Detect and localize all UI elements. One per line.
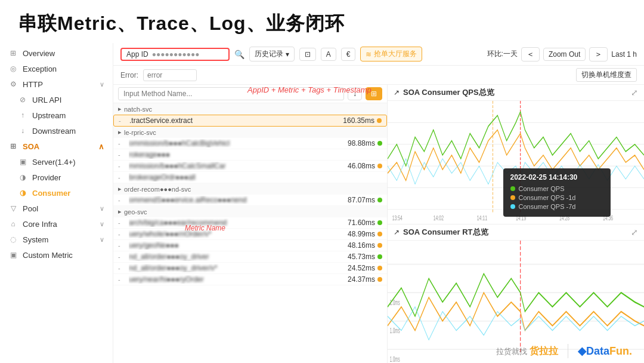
row-name: arch/big/ca●●●ear/recommend bbox=[129, 219, 345, 227]
row-time: 45.73ms bbox=[348, 253, 375, 261]
group-toggle[interactable]: ▸ bbox=[118, 105, 122, 113]
zoom-out-button[interactable]: Zoom Out bbox=[543, 48, 586, 61]
table-row[interactable]: - nd_all/order●●●oy_driver/v* 24.52ms bbox=[113, 263, 387, 274]
icon-btn-3[interactable]: € bbox=[341, 48, 356, 61]
table-search-input[interactable] bbox=[118, 87, 344, 100]
table-group-label: ▸le-rpric-svc bbox=[113, 127, 387, 138]
expand-rt-icon[interactable]: ⤢ bbox=[631, 227, 638, 237]
table-row[interactable]: - uery/near/hi●●●ryOrder 24.37ms bbox=[113, 274, 387, 285]
row-status-dot bbox=[377, 243, 382, 248]
history-button[interactable]: 历史记录 ▾ bbox=[249, 47, 295, 61]
sidebar-item-coreinfra[interactable]: ⌂Core Infra∨ bbox=[0, 216, 113, 232]
table-row[interactable]: - ommission/b●●●hCalcBigVehicl 98.88ms bbox=[113, 138, 387, 149]
tooltip-item-1: Consumer QPS bbox=[510, 185, 603, 192]
filter-button[interactable]: ⊞ bbox=[366, 87, 382, 100]
row-indent: - bbox=[118, 253, 126, 260]
group-toggle[interactable]: ▸ bbox=[118, 208, 122, 216]
table-row[interactable]: - nd_all/order●●●oy_driver 45.73ms bbox=[113, 251, 387, 263]
table-row[interactable]: - brokerageOrdr●●●all bbox=[113, 172, 387, 183]
nav-icon: ▽ bbox=[8, 204, 18, 213]
sidebar-item-http[interactable]: ⚙HTTP∨ bbox=[0, 76, 113, 92]
sidebar-item-exception[interactable]: ◎Exception bbox=[0, 61, 113, 76]
toolbar: App ID 🔍 历史记录 ▾ ⊡ A € ≋ 抢单大厅服务 环比:一天 ＜ Z… bbox=[113, 43, 644, 66]
table-row[interactable]: - uery/whole/●●●rnOrder/v* 48.99ms bbox=[113, 229, 387, 240]
nav-label: Upstream bbox=[32, 111, 66, 120]
sidebar-item-urlapi[interactable]: ⊘URL API bbox=[0, 92, 113, 107]
icon-btn-1[interactable]: ⊡ bbox=[299, 48, 316, 61]
service-button[interactable]: ≋ 抢单大厅服务 bbox=[360, 47, 422, 61]
chevron-icon: ∨ bbox=[100, 205, 104, 213]
expand-qps-icon[interactable]: ⤢ bbox=[631, 88, 638, 97]
last-label: Last 1 h bbox=[611, 50, 637, 59]
row-indent: - bbox=[118, 264, 126, 272]
chart-qps-header: ↗ SOA Consumer QPS总览 ⤢ bbox=[388, 85, 644, 101]
table-group-label: ▸natch-svc bbox=[113, 103, 387, 115]
tooltip-dot-2 bbox=[510, 195, 515, 200]
table-row[interactable]: - ommendS●●●ervice.aiReco●●●nend 87.07ms bbox=[113, 195, 387, 206]
group-name: order-recom●●●nd-svc bbox=[124, 186, 191, 193]
nav-label: Overview bbox=[23, 49, 55, 58]
logo-divider bbox=[568, 344, 568, 358]
row-name: uery/whole/●●●rnOrder/v* bbox=[129, 230, 345, 238]
nav-icon: ◎ bbox=[8, 64, 18, 73]
tooltip-time: 2022-02-25 14:14:30 bbox=[510, 173, 603, 182]
chevron-icon: ∨ bbox=[100, 236, 104, 244]
nav-label: System bbox=[23, 235, 48, 244]
nav-icon: ↓ bbox=[18, 126, 27, 136]
next-button[interactable]: ＞ bbox=[589, 47, 608, 61]
row-time: 98.88ms bbox=[348, 139, 375, 147]
nav-label: Downstream bbox=[32, 127, 76, 136]
chart-rt-title: SOA Consumer RT总览 bbox=[403, 227, 627, 238]
chart-rt-header: ↗ SOA Consumer RT总览 ⤢ bbox=[388, 224, 644, 241]
table-row[interactable]: - rokerage●●● bbox=[113, 149, 387, 161]
chart-qps-section: ↗ SOA Consumer QPS总览 ⤢ bbox=[388, 85, 644, 224]
row-time: 24.37ms bbox=[348, 275, 375, 284]
appid-input[interactable] bbox=[152, 50, 224, 59]
sidebar-item-pool[interactable]: ▽Pool∨ bbox=[0, 201, 113, 216]
sidebar-section-soa[interactable]: ⊞SOA∧ bbox=[0, 139, 113, 154]
sidebar-item-consumer[interactable]: ◑Consumer bbox=[0, 185, 113, 201]
table-row[interactable]: - arch/big/ca●●●ear/recommend 71.60ms bbox=[113, 217, 387, 229]
error-input[interactable] bbox=[143, 69, 197, 81]
tooltip-item-2: Consumer QPS -1d bbox=[510, 194, 603, 201]
prev-button[interactable]: ＜ bbox=[521, 47, 540, 61]
row-indent: - bbox=[119, 117, 127, 124]
sidebar-item-overview[interactable]: ⊞Overview bbox=[0, 45, 113, 61]
appid-label: App ID bbox=[126, 50, 148, 59]
row-name: .tractService.extract bbox=[129, 116, 340, 125]
row-name: ommission/b●●●hCalcBigVehicl bbox=[129, 139, 345, 147]
compare-label: 环比:一天 bbox=[487, 49, 518, 59]
sidebar-item-custommetric[interactable]: ▣Custom Metric bbox=[0, 247, 113, 263]
row-time: 48.99ms bbox=[348, 230, 375, 238]
row-status-dot bbox=[377, 232, 382, 236]
icon-btn-2[interactable]: A bbox=[321, 48, 336, 61]
search-icon[interactable]: 🔍 bbox=[234, 50, 244, 59]
row-indent: - bbox=[118, 196, 126, 204]
sidebar-item-system[interactable]: ◌System∨ bbox=[0, 232, 113, 247]
tooltip-label-1: Consumer QPS bbox=[519, 185, 565, 192]
group-toggle[interactable]: ▸ bbox=[118, 185, 122, 193]
row-time: 71.60ms bbox=[348, 219, 375, 227]
sidebar-item-downstream[interactable]: ↓Downstream bbox=[0, 123, 113, 139]
sidebar-item-server14[interactable]: ▣Server(1.4+) bbox=[0, 154, 113, 170]
sidebar: ⊞Overview◎Exception⚙HTTP∨⊘URL API↑Upstre… bbox=[0, 43, 113, 363]
history-label: 历史记录 bbox=[255, 49, 283, 59]
sort-button[interactable]: ↓ bbox=[348, 87, 362, 100]
group-toggle[interactable]: ▸ bbox=[118, 128, 122, 136]
row-indent: - bbox=[118, 242, 126, 249]
svg-text:13:54: 13:54 bbox=[392, 214, 402, 222]
table-row[interactable]: - .tractService.extract 160.35ms bbox=[113, 115, 387, 127]
page-title: 串联Metric、Trace、Log、业务闭环 bbox=[0, 0, 644, 43]
chart-rt-section: ↗ SOA Consumer RT总览 ⤢ bbox=[388, 224, 644, 363]
switch-view-button[interactable]: 切换单机维度查 bbox=[576, 68, 637, 82]
sidebar-item-upstream[interactable]: ↑Upstream bbox=[0, 107, 113, 123]
group-name: natch-svc bbox=[124, 106, 152, 113]
svg-text:1.0ms: 1.0ms bbox=[390, 327, 400, 335]
nav-label: URL API bbox=[32, 96, 61, 104]
table-row[interactable]: - mmission/b●●●hCalcSmallCar 46.08ms bbox=[113, 161, 387, 172]
sidebar-item-provider[interactable]: ◑Provider bbox=[0, 170, 113, 185]
nav-icon: ▣ bbox=[18, 157, 27, 167]
chevron-down-icon: ▾ bbox=[286, 50, 289, 59]
table-row[interactable]: - uery/geoNe●●● 48.16ms bbox=[113, 240, 387, 251]
appid-container: App ID bbox=[120, 48, 230, 61]
